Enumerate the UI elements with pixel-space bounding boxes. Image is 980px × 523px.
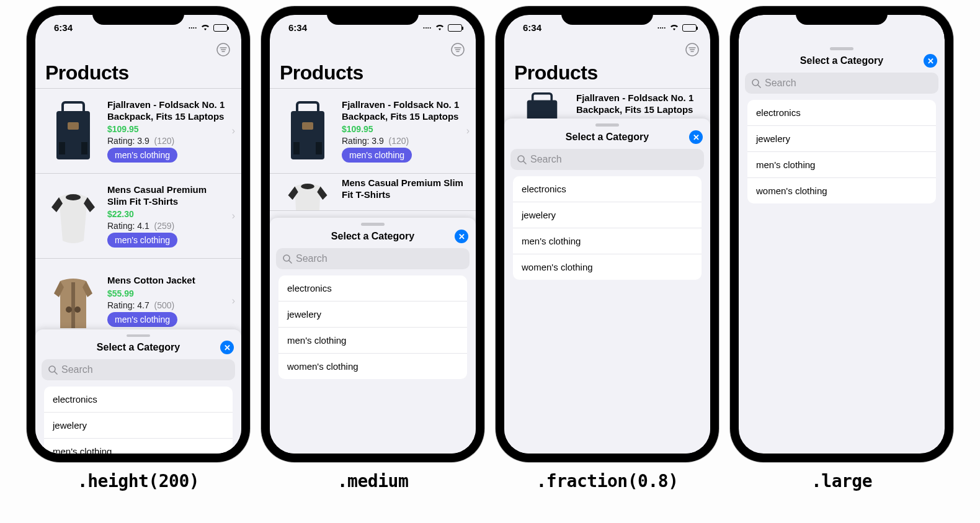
battery-icon <box>213 24 228 32</box>
svg-line-27 <box>758 85 760 87</box>
close-button[interactable]: ✕ <box>924 54 937 68</box>
product-rating: Rating: 3.9 (120) <box>342 136 460 146</box>
svg-rect-5 <box>81 142 87 154</box>
close-button[interactable]: ✕ <box>455 230 468 243</box>
svg-rect-17 <box>316 142 322 154</box>
search-icon <box>751 78 761 88</box>
category-chip[interactable]: men's clothing <box>107 312 177 327</box>
cellular-dots-icon: •••• <box>189 25 197 30</box>
category-chip[interactable]: men's clothing <box>107 233 177 248</box>
category-sheet[interactable]: Select a Category ✕ electronics jewelery… <box>504 118 710 454</box>
category-item[interactable]: jewelery <box>513 202 702 228</box>
filter-button[interactable] <box>215 42 231 58</box>
product-price: $55.99 <box>107 288 226 298</box>
category-item[interactable]: electronics <box>747 100 936 126</box>
chevron-right-icon: › <box>232 210 235 221</box>
home-indicator[interactable] <box>570 454 644 457</box>
product-list[interactable]: Fjallraven - Foldsack No. 1 Backpack, Fi… <box>35 88 241 344</box>
product-price: $22.30 <box>107 209 226 219</box>
product-row[interactable]: Fjallraven - Foldsack No. 1 Backpack, Fi… <box>35 89 241 174</box>
close-icon: ✕ <box>458 232 465 241</box>
category-item[interactable]: jewelery <box>747 126 936 152</box>
category-list[interactable]: electronics jewelery men's clothing <box>44 387 233 454</box>
category-list[interactable]: electronics jewelery men's clothing wome… <box>278 275 467 379</box>
product-row[interactable]: Mens Casual Premium Slim Fit T-Shirts <box>270 174 476 211</box>
close-icon: ✕ <box>693 133 700 142</box>
category-list[interactable]: electronics jewelery men's clothing wome… <box>747 100 936 203</box>
sheet-grabber[interactable] <box>830 47 853 50</box>
category-item[interactable]: electronics <box>513 176 702 202</box>
chevron-right-icon: › <box>232 295 235 306</box>
category-item[interactable]: jewelery <box>44 413 233 439</box>
chevron-right-icon: › <box>232 125 235 136</box>
category-item[interactable]: electronics <box>44 387 233 413</box>
chevron-right-icon: › <box>466 125 470 136</box>
product-image <box>280 177 336 211</box>
caption: .fraction(0.8) <box>536 471 678 491</box>
category-sheet[interactable]: Select a Category ✕ electronics jewelery… <box>739 15 945 454</box>
sheet-title: Select a Category <box>331 231 414 241</box>
search-input[interactable] <box>296 253 463 264</box>
product-list[interactable]: Fjallraven - Foldsack No. 1 Backpack, Fi… <box>270 88 476 211</box>
wifi-icon <box>435 22 445 33</box>
category-chip[interactable]: men's clothing <box>342 148 412 163</box>
category-item[interactable]: men's clothing <box>513 228 702 254</box>
sheet-grabber[interactable] <box>361 223 385 226</box>
caption: .height(200) <box>78 471 199 491</box>
filter-icon <box>216 42 231 57</box>
category-item[interactable]: women's clothing <box>747 178 936 203</box>
close-button[interactable]: ✕ <box>689 130 703 144</box>
search-field[interactable] <box>510 149 704 170</box>
svg-rect-3 <box>68 122 79 130</box>
sheet-title: Select a Category <box>800 55 883 66</box>
product-row[interactable]: Mens Casual Premium Slim Fit T-Shirts $2… <box>35 174 241 259</box>
search-input[interactable] <box>530 154 698 165</box>
svg-rect-7 <box>71 282 75 328</box>
svg-point-6 <box>66 194 81 200</box>
home-indicator[interactable] <box>336 454 410 457</box>
close-icon: ✕ <box>224 343 231 352</box>
category-chip[interactable]: men's clothing <box>107 148 177 163</box>
category-sheet[interactable]: Select a Category ✕ electronics jewelery… <box>35 329 241 454</box>
svg-line-11 <box>55 372 57 374</box>
category-sheet[interactable]: Select a Category ✕ electronics jewelery… <box>270 218 476 454</box>
wifi-icon <box>200 22 210 33</box>
sheet-grabber[interactable] <box>595 123 619 127</box>
notch <box>327 6 419 25</box>
category-item[interactable]: electronics <box>278 275 467 302</box>
search-icon <box>48 365 58 375</box>
search-icon <box>517 154 527 164</box>
category-item[interactable]: men's clothing <box>747 152 936 178</box>
product-image <box>280 94 336 168</box>
category-item[interactable]: women's clothing <box>513 254 702 280</box>
sheet-title: Select a Category <box>97 342 180 352</box>
close-button[interactable]: ✕ <box>220 341 234 354</box>
search-input[interactable] <box>765 78 932 89</box>
product-image <box>45 179 101 253</box>
product-price: $109.95 <box>107 124 226 134</box>
cellular-dots-icon: •••• <box>423 25 432 30</box>
category-item[interactable]: women's clothing <box>278 354 467 379</box>
search-field[interactable] <box>276 248 470 269</box>
search-field[interactable] <box>42 359 235 380</box>
home-indicator[interactable] <box>804 454 879 457</box>
product-row[interactable]: Fjallraven - Foldsack No. 1 Backpack, Fi… <box>270 89 476 174</box>
category-item[interactable]: men's clothing <box>44 439 233 454</box>
product-image <box>45 94 101 168</box>
product-rating: Rating: 4.1 (259) <box>107 221 226 231</box>
page-title: Products <box>45 61 231 84</box>
category-item[interactable]: jewelery <box>278 302 467 328</box>
category-item[interactable]: men's clothing <box>278 328 467 354</box>
search-icon <box>282 254 292 264</box>
svg-rect-15 <box>302 122 313 130</box>
product-name: Mens Cotton Jacket <box>107 275 226 287</box>
category-list[interactable]: electronics jewelery men's clothing wome… <box>513 176 702 280</box>
search-input[interactable] <box>61 364 229 375</box>
status-time: 6:34 <box>288 22 307 33</box>
home-indicator[interactable] <box>101 454 176 457</box>
search-field[interactable] <box>745 73 938 94</box>
filter-button[interactable] <box>450 42 466 58</box>
svg-rect-16 <box>293 142 300 154</box>
product-rating: Rating: 3.9 (120) <box>107 136 226 146</box>
sheet-grabber[interactable] <box>127 334 150 337</box>
